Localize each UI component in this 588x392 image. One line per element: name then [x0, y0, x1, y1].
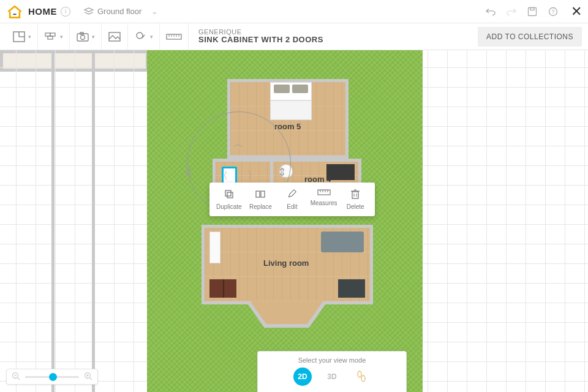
chevron-down-icon: ▾: [60, 34, 63, 40]
svg-line-37: [18, 377, 20, 380]
tool-camera[interactable]: ▾: [70, 23, 102, 50]
sub-toolbar: ▾ ▾ ▾ ▾ GENERIQUE SINK CABINET WITH 2 DO…: [0, 23, 588, 50]
duplicate-icon: [224, 189, 235, 200]
app-logo-icon: [6, 3, 23, 20]
redo-button: [505, 5, 518, 18]
context-duplicate[interactable]: Duplicate: [213, 189, 245, 210]
close-button[interactable]: ✕: [571, 4, 582, 20]
replace-icon: [255, 189, 266, 200]
view-mode-label: Select your view mode: [298, 356, 366, 364]
header-bar: HOME i Ground floor ⌄ ? ✕: [0, 0, 588, 23]
svg-rect-2: [530, 7, 534, 10]
measures-icon: [317, 189, 331, 196]
zoom-in-button[interactable]: [84, 372, 92, 382]
svg-rect-10: [48, 36, 53, 39]
svg-rect-9: [50, 33, 55, 36]
svg-point-44: [361, 375, 365, 382]
svg-rect-31: [352, 192, 358, 198]
living-room-label: Living room: [263, 258, 309, 268]
wall-divider: [92, 50, 95, 392]
context-replace[interactable]: Replace: [245, 189, 277, 210]
tool-build[interactable]: ▾: [38, 23, 70, 50]
selected-product: GENERIQUE SINK CABINET WITH 2 DOORS: [198, 28, 323, 44]
context-edit[interactable]: Edit: [276, 189, 308, 210]
resize-handle-left[interactable]: ⇕: [184, 165, 193, 179]
chevron-down-icon: ▾: [28, 34, 31, 40]
walk-icon: [356, 371, 367, 383]
resize-handle-right[interactable]: ⇕: [277, 165, 287, 179]
move-up-handle[interactable]: ︿: [233, 138, 243, 151]
save-button[interactable]: [526, 5, 539, 18]
svg-point-12: [81, 35, 85, 39]
info-icon[interactable]: i: [61, 7, 70, 17]
zoom-control: [6, 369, 98, 385]
zoom-slider[interactable]: [25, 376, 79, 378]
furniture-bed[interactable]: [270, 82, 312, 120]
svg-rect-24: [256, 191, 260, 197]
svg-rect-22: [225, 190, 231, 196]
svg-rect-25: [261, 191, 265, 197]
svg-text:?: ?: [551, 9, 554, 15]
context-label: Duplicate: [216, 203, 242, 210]
svg-rect-23: [227, 192, 233, 198]
tool-ruler[interactable]: [160, 23, 189, 50]
zoom-thumb[interactable]: [49, 373, 57, 381]
furniture-chest[interactable]: [338, 279, 365, 298]
context-label: Replace: [249, 203, 272, 210]
svg-point-15: [137, 32, 143, 39]
svg-rect-0: [13, 13, 16, 15]
add-to-collections-button[interactable]: ADD TO COLLECTIONS: [478, 27, 582, 47]
wall-divider: [51, 50, 55, 392]
undo-button[interactable]: [484, 5, 497, 18]
svg-rect-8: [45, 33, 50, 36]
svg-line-40: [90, 377, 92, 380]
context-label: Delete: [347, 203, 364, 210]
furniture-cabinet[interactable]: [209, 232, 221, 263]
bay-window: [248, 301, 325, 328]
tool-plan[interactable]: ▾: [6, 23, 38, 50]
view-mode-panel: Select your view mode 2D 3D: [257, 351, 407, 392]
move-right-handle[interactable]: 〉: [247, 170, 257, 183]
product-name: SINK CABINET WITH 2 DOORS: [198, 36, 323, 44]
chevron-down-icon: ▾: [150, 34, 153, 40]
tool-image[interactable]: [102, 23, 128, 50]
context-measures[interactable]: Measures: [308, 189, 340, 210]
svg-rect-26: [318, 190, 330, 195]
furniture-chest[interactable]: [209, 279, 236, 298]
svg-rect-14: [109, 32, 120, 41]
project-title: HOME: [28, 6, 57, 17]
view-2d-button[interactable]: 2D: [293, 368, 312, 386]
view-walk-button[interactable]: [352, 368, 371, 386]
zoom-out-button[interactable]: [12, 372, 20, 382]
floorplan-canvas[interactable]: room 5 room 4 Living room ︿ 〈 〉 ﹀ ⇕ ⇕ Du…: [0, 50, 588, 392]
help-button[interactable]: ?: [546, 5, 560, 18]
svg-rect-1: [529, 7, 537, 15]
view-3d-button[interactable]: 3D: [323, 368, 341, 386]
edit-icon: [287, 189, 298, 200]
chevron-down-icon: ⌄: [151, 7, 158, 16]
context-label: Edit: [287, 203, 297, 210]
floor-label: Ground floor: [97, 7, 141, 16]
context-menu: Duplicate Replace Edit Measures Delete: [209, 183, 375, 216]
tool-annotate[interactable]: ▾: [128, 23, 160, 50]
floor-selector[interactable]: Ground floor ⌄: [84, 7, 158, 16]
chevron-down-icon: ▾: [92, 34, 95, 40]
context-label: Measures: [311, 200, 337, 206]
delete-icon: [350, 189, 360, 200]
furniture-sofa[interactable]: [321, 232, 364, 252]
context-delete[interactable]: Delete: [339, 189, 371, 210]
move-left-handle[interactable]: 〈: [218, 170, 228, 183]
svg-point-43: [358, 371, 361, 377]
layers-icon: [84, 7, 94, 16]
